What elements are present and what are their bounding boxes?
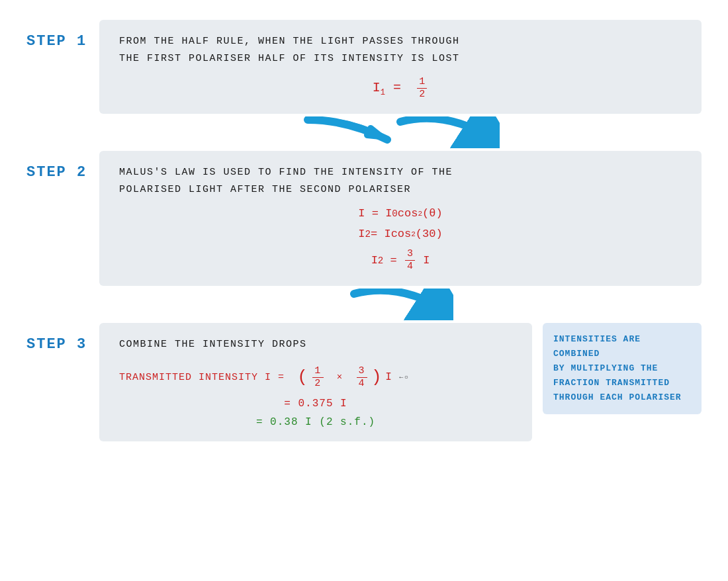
step1-label: STEP 1 (26, 20, 99, 50)
step3-row: STEP 3 COMBINE THE INTENSITY DROPS TRANS… (26, 323, 702, 441)
step1-formula: I1 = 1 2 (119, 76, 682, 101)
times-sign: × (330, 372, 350, 382)
frac-three-quarter: 3 4 (357, 365, 368, 390)
callout-line2: BY MULTIPLYING THE (553, 363, 658, 373)
arrow1 (99, 116, 702, 148)
step2-box: MALUS'S LAW IS USED TO FIND THE INTENSIT… (99, 151, 702, 286)
paren-left: ( (297, 369, 308, 386)
arrow1-curved (394, 116, 500, 148)
step3-label: STEP 3 (26, 323, 99, 353)
arrow2 (99, 289, 702, 320)
arrow2-curved (347, 289, 453, 320)
step1-box: FROM THE HALF RULE, WHEN THE LIGHT PASSE… (99, 20, 702, 114)
callout-line3: FRACTION TRANSMITTED (553, 378, 670, 388)
result-line2: = 0.38 I (2 s.f.) (119, 416, 512, 428)
arrow1-svg (301, 116, 394, 148)
step2-text: MALUS'S LAW IS USED TO FIND THE INTENSIT… (119, 164, 682, 198)
step2-formula3: I2 = 3 4 I (119, 248, 682, 273)
callout-line4: THROUGH EACH POLARISER (553, 392, 682, 402)
step2-formula2: I2 = Icos2(30) (119, 228, 682, 240)
paren-right: ) (371, 369, 383, 386)
step2-formula1: I = I0cos2(θ) (119, 207, 682, 220)
step1-row: STEP 1 FROM THE HALF RULE, WHEN THE LIGH… (26, 20, 702, 114)
callout-line1: INTENSITIES ARE COMBINED (553, 334, 641, 359)
step2-row: STEP 2 MALUS'S LAW IS USED TO FIND THE I… (26, 151, 702, 286)
frac-half: 1 2 (312, 365, 324, 390)
callout-dot: ←○ (399, 374, 409, 381)
transmitted-label: TRANSMITTED INTENSITY I = (119, 372, 285, 383)
step3-box: COMBINE THE INTENSITY DROPS TRANSMITTED … (99, 323, 532, 441)
step2-label: STEP 2 (26, 151, 99, 181)
i-label: I (385, 371, 392, 383)
step3-content: COMBINE THE INTENSITY DROPS TRANSMITTED … (99, 323, 702, 441)
step3-title: COMBINE THE INTENSITY DROPS (119, 336, 512, 353)
result-line1: = 0.375 I (119, 398, 512, 410)
step1-text: FROM THE HALF RULE, WHEN THE LIGHT PASSE… (119, 33, 682, 67)
transmitted-line: TRANSMITTED INTENSITY I = ( 1 2 × 3 4 ) … (119, 365, 512, 390)
callout-box: INTENSITIES ARE COMBINED BY MULTIPLYING … (543, 323, 702, 414)
